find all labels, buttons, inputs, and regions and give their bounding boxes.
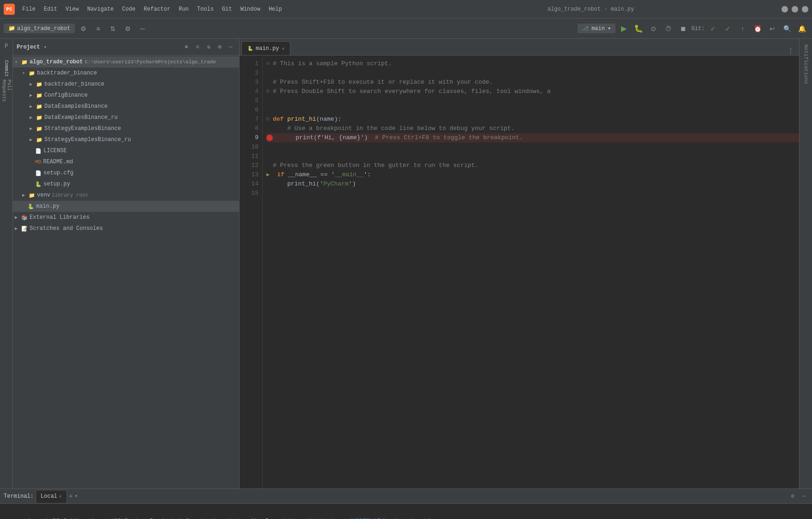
code-line-10 <box>266 142 799 152</box>
run-button[interactable]: ▶ <box>617 22 630 35</box>
debug-button[interactable]: 🐛 <box>632 22 645 35</box>
tree-root[interactable]: ▾ 📁 algo_trade_robot C:\Users\user123\Py… <box>13 56 239 68</box>
editor-tab-main-py[interactable]: 🐍 main.py ✕ <box>241 41 290 55</box>
fold-4[interactable]: ⊟ <box>266 87 272 96</box>
tree-arrow-bb: ▶ <box>30 81 35 87</box>
menu-tools[interactable]: Tools <box>193 4 217 14</box>
editor-tabs: 🐍 main.py ✕ ⋮ <box>240 39 799 56</box>
menu-view[interactable]: View <box>62 4 83 14</box>
run-configuration[interactable]: ⎇ main ▾ <box>578 24 615 33</box>
menu-file[interactable]: File <box>18 4 39 14</box>
tree-arrow-data-ru: ▶ <box>30 115 35 120</box>
close-button[interactable] <box>802 6 808 12</box>
minimize-button[interactable] <box>781 6 788 12</box>
code-text-1: # This is a sample Python script. <box>273 59 392 68</box>
line-1: 1 <box>240 59 258 68</box>
project-icon[interactable]: P <box>1 41 12 52</box>
git-revert-button[interactable]: ↩ <box>766 22 779 35</box>
tree-item-venv[interactable]: ▶ 📁 venv library root <box>13 190 239 201</box>
code-line-11 <box>266 152 799 161</box>
filter-button[interactable]: ⇅ <box>204 43 213 52</box>
add-terminal-button[interactable]: + <box>69 493 73 500</box>
tree-item-data[interactable]: ▶ 📁 DataExamplesBinance <box>13 101 239 112</box>
tab-close-button[interactable]: ✕ <box>282 46 284 51</box>
notifications-button[interactable]: 🔔 <box>795 22 808 35</box>
menu-edit[interactable]: Edit <box>40 4 61 14</box>
collapse-tree-button[interactable]: ⊕ <box>182 43 191 52</box>
line-8: 8 <box>240 124 258 133</box>
code-text-9b: # Press Ctrl+F8 to toggle the breakpoint… <box>375 133 523 142</box>
terminal-tab-local[interactable]: Local ✕ <box>36 490 67 503</box>
tree-label-main-py: main.py <box>36 203 59 210</box>
git-update-button[interactable]: ⏰ <box>751 22 764 35</box>
gear-button[interactable]: ⚙ <box>121 22 134 35</box>
folder-icon-strategy: 📁 <box>36 126 43 132</box>
close-panel-button[interactable]: ─ <box>226 43 235 52</box>
fold-7[interactable]: ⊟ <box>266 115 272 124</box>
commit-icon[interactable]: Commit <box>1 63 12 74</box>
terminal-settings-button[interactable]: ⚙ <box>788 492 797 501</box>
tree-item-setup-cfg[interactable]: 📄 setup.cfg <box>13 167 239 179</box>
git-push-button[interactable]: ↑ <box>736 22 749 35</box>
code-keyword-13: if <box>277 170 288 179</box>
tree-item-data-ru[interactable]: ▶ 📁 DataExamplesBinance_ru <box>13 112 239 123</box>
tree-item-license[interactable]: 📄 LICENSE <box>13 145 239 156</box>
menu-run[interactable]: Run <box>175 4 192 14</box>
code-content[interactable]: ⊟ # This is a sample Python script. # Pr… <box>263 56 799 488</box>
tree-label-data-ru: DataExamplesBinance_ru <box>44 114 117 121</box>
project-panel-dropdown[interactable]: ▾ <box>43 44 47 50</box>
code-line-9: print(f'Hi, {name}') # Press Ctrl+F8 to … <box>266 133 799 142</box>
project-label[interactable]: 📁 algo_trade_robot <box>4 24 75 33</box>
menu-refactor[interactable]: Refactor <box>140 4 174 14</box>
stop-button[interactable]: ⏹ <box>677 22 689 35</box>
menu-window[interactable]: Window <box>237 4 264 14</box>
line-13: 13 <box>240 170 258 179</box>
folder-icon-backtrader: 📁 <box>29 70 35 76</box>
notifications-label: Notifications <box>803 44 809 84</box>
menu-code[interactable]: Code <box>118 4 139 14</box>
settings-button[interactable]: ⚙ <box>77 22 90 35</box>
project-panel-title: Project <box>17 44 40 50</box>
line-3: 3 <box>240 78 258 87</box>
tree-item-strategy-ru[interactable]: ▶ 📁 StrategyExamplesBinance_ru <box>13 134 239 145</box>
terminal-tab-name: Local <box>41 493 57 500</box>
maximize-button[interactable] <box>792 6 798 12</box>
terminal-content[interactable]: (venv) PS C:\Users\user123\PycharmProjec… <box>0 504 812 519</box>
search-button[interactable]: 🔍 <box>781 22 794 35</box>
file-icon-cfg: 📄 <box>35 170 42 176</box>
window-title: algo_trade_robot - main.py <box>400 6 781 12</box>
line-10: 10 <box>240 142 258 152</box>
menu-help[interactable]: Help <box>265 4 286 14</box>
collapse-button[interactable]: ─ <box>136 22 149 35</box>
tree-item-strategy[interactable]: ▶ 📁 StrategyExamplesBinance <box>13 123 239 134</box>
terminal-tab-close[interactable]: ✕ <box>59 494 62 499</box>
git-commit-button[interactable]: ✓ <box>721 22 734 35</box>
tree-item-backtrader[interactable]: ▾ 📁 backtrader_binance <box>13 68 239 79</box>
menu-git[interactable]: Git <box>218 4 236 14</box>
settings-tree-button[interactable]: ⚙ <box>215 43 224 52</box>
terminal-minimize-button[interactable]: ─ <box>799 492 808 501</box>
terminal-url-1[interactable]: https://github.com/WISEPLAT/backtrader_b… <box>283 518 449 519</box>
tree-item-setup-py[interactable]: 🐍 setup.py <box>13 179 239 190</box>
sort-button[interactable]: ⇅ <box>106 22 119 35</box>
tree-label-bb: backtrader_binance <box>44 81 105 87</box>
pull-requests-icon[interactable]: Pull Requests <box>1 85 12 96</box>
terminal-dropdown-button[interactable]: ▾ <box>74 493 78 500</box>
git-check-button[interactable]: ✓ <box>707 22 720 35</box>
fold-1[interactable]: ⊟ <box>266 59 272 68</box>
menu-navigate[interactable]: Navigate <box>83 4 117 14</box>
project-panel: Project ▾ ⊕ ≡ ⇅ ⚙ ─ ▾ 📁 algo_trade_robot… <box>13 39 240 488</box>
hide-folders-button[interactable]: ≡ <box>193 43 202 52</box>
sync-button[interactable]: ≡ <box>92 22 105 35</box>
tree-item-backtrader-binance[interactable]: ▶ 📁 backtrader_binance <box>13 79 239 90</box>
recent-files-button[interactable]: ⋮ <box>786 46 795 55</box>
profile-button[interactable]: ⏱ <box>662 22 675 35</box>
tree-arrow-strategy-ru: ▶ <box>30 137 35 142</box>
line-9: 9 <box>240 133 258 142</box>
tree-item-ext-libs[interactable]: ▶ 📚 External Libraries <box>13 212 239 223</box>
coverage-button[interactable]: ⊙ <box>647 22 660 35</box>
tree-item-readme[interactable]: MD README.md <box>13 156 239 167</box>
tree-item-main-py[interactable]: 🐍 main.py <box>13 201 239 212</box>
tree-item-config[interactable]: ▶ 📁 ConfigBinance <box>13 90 239 101</box>
tree-item-scratches[interactable]: ▶ 📝 Scratches and Consoles <box>13 223 239 234</box>
